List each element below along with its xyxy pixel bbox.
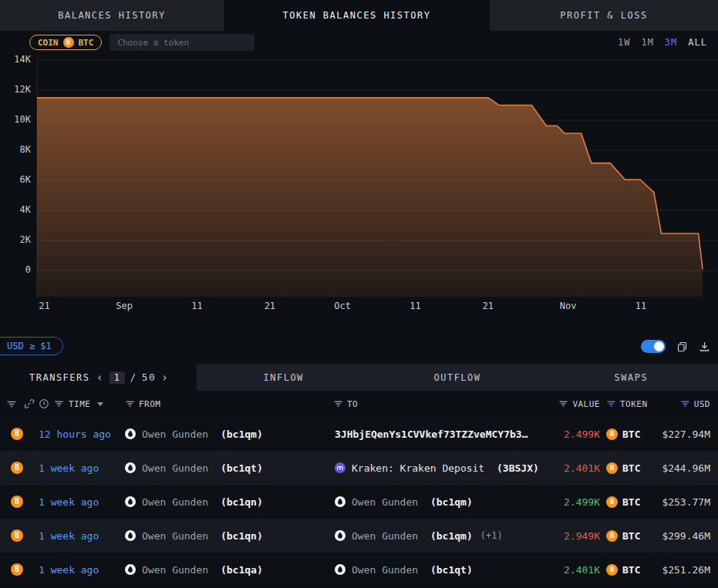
- time-sort-caret-icon[interactable]: [97, 402, 103, 406]
- asset-icon-cell: B: [0, 462, 34, 474]
- bitcoin-icon: B: [606, 530, 618, 542]
- x-axis-tick: Nov: [560, 301, 577, 311]
- entity-icon: [125, 564, 136, 575]
- transfer-value: 2.401K: [560, 564, 603, 576]
- x-axis-tick: 21: [483, 301, 494, 311]
- tab-profit-loss[interactable]: PROFIT & LOSS: [490, 0, 718, 31]
- tab-transfers[interactable]: TRANSFERS ‹ 1 / 50 ›: [0, 364, 197, 391]
- token-symbol: BTC: [622, 564, 640, 576]
- download-icon[interactable]: [699, 341, 710, 352]
- filter-to-icon[interactable]: [333, 399, 343, 408]
- header-token[interactable]: TOKEN: [620, 399, 648, 409]
- balance-area-fill: [37, 98, 703, 297]
- from-entity-tag: (bc1qn): [214, 530, 263, 542]
- coin-btc-chip[interactable]: COIN B BTC: [29, 35, 102, 50]
- header-time[interactable]: TIME: [69, 399, 91, 409]
- entity-icon: [335, 564, 346, 575]
- to-entity[interactable]: 3JHbjEQenYs1CVVkef73TZZveMCY7b3…: [332, 428, 560, 440]
- from-entity[interactable]: Owen Gunden (bc1qa): [122, 564, 332, 576]
- transfer-time-link[interactable]: 12 hours ago: [34, 428, 122, 440]
- from-entity[interactable]: Owen Gunden (bc1qn): [122, 496, 332, 508]
- to-entity-tag: (bc1qm): [424, 530, 473, 542]
- coin-chip-symbol: BTC: [79, 38, 94, 48]
- token-search-input[interactable]: [110, 34, 255, 51]
- table-row[interactable]: B1 week agoOwen Gunden (bc1qt)Kraken: Kr…: [0, 451, 718, 485]
- transfer-value: 2.499K: [560, 496, 603, 508]
- usd-min-filter-chip[interactable]: USD ≥ $1: [0, 337, 63, 355]
- token-cell: BBTC: [603, 564, 652, 576]
- range-button-1w[interactable]: 1W: [618, 37, 630, 48]
- entity-icon: [125, 530, 136, 541]
- transfer-time-link[interactable]: 1 week ago: [34, 564, 122, 576]
- time-range-selector: 1W1M3MALL: [618, 37, 710, 48]
- filter-bar: USD ≥ $1: [0, 334, 718, 358]
- to-entity-name: Owen Gunden: [352, 530, 418, 542]
- x-axis-tick: 11: [191, 301, 202, 311]
- filter-all-icon[interactable]: [6, 399, 17, 409]
- bitcoin-icon: B: [11, 529, 23, 542]
- table-row[interactable]: B12 hours agoOwen Gunden (bc1qm)3JHbjEQe…: [0, 417, 718, 451]
- to-entity[interactable]: Owen Gunden (bc1qm)(+1): [332, 530, 560, 542]
- asset-icon-cell: B: [0, 529, 34, 542]
- header-usd[interactable]: USD: [694, 399, 710, 409]
- from-entity-tag: (bc1qm): [214, 428, 263, 440]
- to-entity[interactable]: Owen Gunden (bc1qt): [332, 564, 560, 576]
- toggle-knob: [654, 341, 664, 351]
- to-entity-tag: (3BSJX): [490, 462, 539, 474]
- header-value[interactable]: VALUE: [572, 399, 600, 409]
- tab-swaps[interactable]: SWAPS: [544, 364, 718, 391]
- transfer-time-link[interactable]: 1 week ago: [34, 530, 122, 542]
- to-entity-name: Owen Gunden: [352, 496, 418, 508]
- from-entity[interactable]: Owen Gunden (bc1qt): [122, 462, 332, 474]
- tab-balances-history[interactable]: BALANCES HISTORY: [0, 0, 224, 31]
- entity-icon: [125, 428, 136, 439]
- filter-value-icon[interactable]: [558, 399, 568, 408]
- table-row[interactable]: B1 week agoOwen Gunden (bc1qa)Owen Gunde…: [0, 553, 718, 586]
- x-axis-tick: 21: [39, 301, 49, 311]
- token-symbol: BTC: [622, 530, 640, 542]
- from-entity-tag: (bc1qt): [214, 462, 263, 474]
- tab-inflow[interactable]: INFLOW: [197, 364, 370, 391]
- prev-page-icon[interactable]: ‹: [96, 371, 105, 384]
- top-tab-bar: BALANCES HISTORY TOKEN BALANCES HISTORY …: [0, 0, 718, 31]
- header-from[interactable]: FROM: [139, 399, 161, 409]
- from-entity-name: Owen Gunden: [142, 564, 208, 576]
- to-entity[interactable]: Owen Gunden (bc1qm): [332, 496, 560, 508]
- bitcoin-icon: B: [11, 462, 23, 474]
- x-axis-tick: 11: [410, 301, 420, 311]
- asset-icon-cell: B: [0, 428, 34, 440]
- transfer-time-link[interactable]: 1 week ago: [34, 462, 122, 474]
- table-row[interactable]: B1 week agoOwen Gunden (bc1qn)Owen Gunde…: [0, 519, 718, 553]
- tab-outflow[interactable]: OUTFLOW: [370, 364, 544, 391]
- tab-token-balances-history[interactable]: TOKEN BALANCES HISTORY: [224, 0, 490, 31]
- range-button-all[interactable]: ALL: [688, 37, 707, 48]
- from-entity[interactable]: Owen Gunden (bc1qn): [122, 530, 332, 542]
- chart-toggle-switch[interactable]: [641, 340, 666, 353]
- filter-usd-icon[interactable]: [680, 399, 690, 408]
- to-entity-tag: (bc1qt): [424, 564, 473, 576]
- range-button-3m[interactable]: 3M: [665, 37, 677, 48]
- chart-canvas[interactable]: [0, 54, 718, 297]
- to-entity-tag: (bc1qm): [424, 496, 473, 508]
- link-icon[interactable]: [24, 398, 35, 409]
- next-page-icon[interactable]: ›: [160, 371, 169, 384]
- filter-from-icon[interactable]: [125, 399, 135, 408]
- asset-icon-cell: B: [0, 563, 34, 576]
- to-entity[interactable]: Kraken: Kraken Deposit (3BSJX): [332, 462, 560, 474]
- header-to[interactable]: TO: [347, 399, 358, 409]
- table-row[interactable]: B1 week agoOwen Gunden (bc1qn)Owen Gunde…: [0, 485, 718, 519]
- from-entity[interactable]: Owen Gunden (bc1qm): [122, 428, 332, 440]
- range-button-1m[interactable]: 1M: [641, 37, 653, 48]
- total-pages: 50: [142, 371, 157, 383]
- filter-token-icon[interactable]: [606, 399, 616, 408]
- token-cell: BBTC: [603, 462, 652, 474]
- from-entity-tag: (bc1qn): [214, 496, 263, 508]
- usd-value: $244.96M: [652, 462, 718, 474]
- copy-icon[interactable]: [676, 341, 688, 352]
- filter-time-icon[interactable]: [54, 399, 64, 408]
- clock-icon[interactable]: [39, 398, 49, 409]
- balance-history-chart[interactable]: 02K4K6K8K10K12K14K21Sep1121Oct1121Nov11: [0, 54, 718, 320]
- transfer-time-link[interactable]: 1 week ago: [34, 496, 122, 508]
- to-entity-name: Owen Gunden: [352, 564, 418, 576]
- to-address: 3JHbjEQenYs1CVVkef73TZZveMCY7b3…: [335, 428, 528, 440]
